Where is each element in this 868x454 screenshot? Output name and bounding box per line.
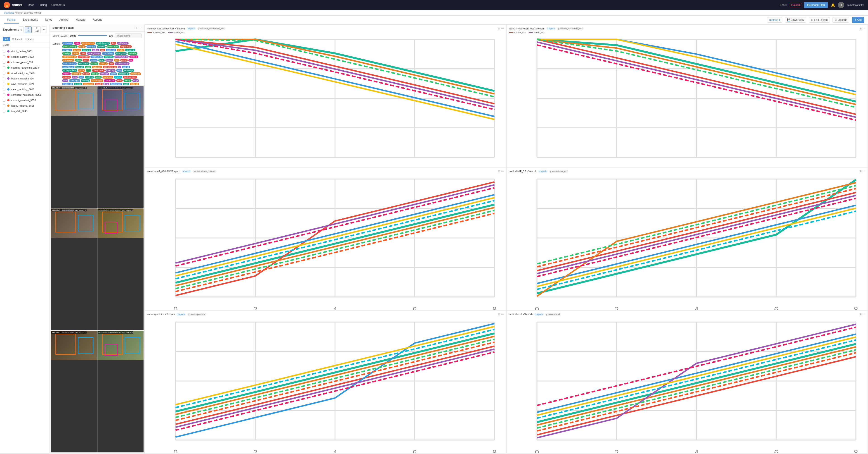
exp-checkbox[interactable] xyxy=(3,66,5,69)
label-tag[interactable]: bed-gt xyxy=(91,73,99,75)
label-tag[interactable]: pizza xyxy=(78,69,85,72)
label-tag[interactable]: mouse xyxy=(62,73,70,75)
label-tag[interactable]: hot dog-gt xyxy=(69,79,81,82)
label-tag[interactable]: umbrella-gt xyxy=(102,52,114,55)
label-tag[interactable]: tennis racket xyxy=(81,42,95,45)
label-tag[interactable]: snowboard xyxy=(62,66,74,68)
label-tag[interactable]: sink xyxy=(62,79,68,82)
tab-reports[interactable]: Reports xyxy=(89,16,106,24)
label-tag[interactable]: teddy bear xyxy=(117,42,129,45)
label-tag[interactable]: frisbee-gt xyxy=(62,83,73,85)
tab-panels[interactable]: Panels xyxy=(4,16,19,24)
label-tag[interactable]: laptop-gt xyxy=(92,66,102,68)
label-tag[interactable]: snowboard-gt xyxy=(115,62,129,65)
label-tag[interactable]: refrigerator xyxy=(78,55,90,58)
label-tag[interactable]: carrot xyxy=(72,52,79,55)
label-tag[interactable]: truck xyxy=(123,83,129,85)
chart-expand-icon[interactable]: ⊞ xyxy=(860,170,862,173)
label-tag[interactable]: bear xyxy=(98,59,105,62)
experiment-item[interactable]: tan_chili_3045 xyxy=(0,108,50,114)
label-tag[interactable]: hot dog xyxy=(81,79,90,82)
label-tag[interactable]: banana-gt xyxy=(83,83,94,85)
sidebar-hide-icon[interactable]: II (11) xyxy=(33,27,41,33)
experiment-item[interactable]: dutch_durian_7652 xyxy=(0,49,50,54)
save-view-button[interactable]: 💾 Save View xyxy=(785,17,806,23)
label-tag[interactable]: car-gt xyxy=(120,59,128,62)
metrics-dropdown[interactable]: metrics ▾ xyxy=(767,17,782,23)
sidebar-more-icon[interactable]: ••• xyxy=(41,27,47,33)
label-tag[interactable]: teddy bear-gt xyxy=(96,42,110,45)
exp-checkbox[interactable] xyxy=(3,55,5,58)
label-tag[interactable]: backpack xyxy=(102,76,113,79)
label-tag[interactable]: spoon xyxy=(90,59,98,62)
label-tag[interactable]: dining table-gt xyxy=(62,69,77,72)
experiment-item[interactable]: residential_run_8523 xyxy=(0,70,50,76)
label-tag[interactable]: bed xyxy=(79,76,84,79)
options-button[interactable]: ☰ Options xyxy=(833,17,849,23)
chart-expand-icon[interactable]: ⊞ xyxy=(498,313,500,316)
label-tag[interactable]: zebra xyxy=(92,49,99,51)
label-tag[interactable]: train xyxy=(72,76,78,79)
image-name-input[interactable] xyxy=(115,33,142,38)
label-tag[interactable]: remote-gt xyxy=(123,69,134,72)
image-cell[interactable]: 04818f8a7 / 000000000092_curr_epoch_0 xyxy=(97,208,144,330)
add-button[interactable]: + Add xyxy=(852,17,864,23)
expand-icon[interactable]: ⊞ xyxy=(134,26,137,30)
chart-more-icon[interactable]: ⋯ xyxy=(501,313,504,316)
label-tag[interactable]: vase-gt xyxy=(75,66,84,68)
exp-checkbox[interactable] xyxy=(3,72,5,75)
label-tag[interactable]: handbag-gt xyxy=(91,79,103,82)
chart-more-icon[interactable]: ⋯ xyxy=(863,27,865,30)
experiment-item[interactable]: scarlet_pastry_1472 xyxy=(0,54,50,59)
label-tag[interactable]: giraffe xyxy=(117,49,125,51)
label-tag[interactable]: bowl-gt xyxy=(62,52,71,55)
label-tag[interactable]: boat xyxy=(103,83,110,85)
tab-experiments[interactable]: Experiments xyxy=(19,16,41,24)
label-tag[interactable]: bowl xyxy=(80,52,87,55)
label-tag[interactable]: fork xyxy=(108,62,114,65)
label-tag[interactable]: tv-gt xyxy=(116,69,123,72)
image-cell[interactable]: 04818f8a7 / 000000000208_curr_epoch_0 xyxy=(97,331,144,452)
label-tag[interactable]: broccoli-gt xyxy=(118,73,129,75)
filter-hidden[interactable]: Hidden xyxy=(24,37,37,41)
notification-icon[interactable]: 🔔 xyxy=(831,3,835,7)
label-tag[interactable]: cell phone-gt xyxy=(103,66,117,68)
label-tag[interactable]: person xyxy=(72,49,81,51)
label-tag[interactable]: bottle xyxy=(94,76,102,79)
image-cell[interactable]: 04818f8a7 / 000000000575_curr_epoch_0 xyxy=(51,331,97,452)
experiment-item[interactable]: happy_cinema_3898 xyxy=(0,103,50,108)
score-slider[interactable] xyxy=(78,35,107,36)
label-tag[interactable]: dining table xyxy=(92,69,105,72)
label-tag[interactable]: wine glass xyxy=(115,52,127,55)
label-tag[interactable]: book xyxy=(116,79,123,82)
image-cell[interactable]: 04818f8a7 / 000000000540_curr_epoch_1 xyxy=(97,86,144,208)
edit-layout-button[interactable]: ⊞ Edit Layout xyxy=(809,17,830,23)
label-tag[interactable]: fork-gt xyxy=(90,62,98,65)
image-cell[interactable]: 04818f8a7 / 000000000428_curr_epoch_0 xyxy=(51,86,97,208)
chart-expand-icon[interactable]: ⊞ xyxy=(860,313,862,316)
label-tag[interactable]: couch xyxy=(95,83,103,85)
chart-expand-icon[interactable]: ⊞ xyxy=(498,27,500,30)
label-tag[interactable]: microwave xyxy=(62,59,74,62)
label-tag[interactable]: clock xyxy=(75,59,82,62)
label-tag[interactable]: umbrella xyxy=(127,52,138,55)
label-tag[interactable]: bench-gt xyxy=(71,73,82,75)
label-tag[interactable]: microwave-gt xyxy=(114,55,129,58)
avatar[interactable]: CE xyxy=(838,2,844,8)
label-tag[interactable]: elephant-gt xyxy=(90,55,103,58)
label-tag[interactable]: cat-gt xyxy=(78,45,86,48)
chart-more-icon[interactable]: ⋯ xyxy=(501,27,504,30)
label-tag[interactable]: bird-gt xyxy=(123,79,131,82)
exp-checkbox[interactable] xyxy=(3,93,5,96)
label-tag[interactable]: airplane xyxy=(62,49,72,51)
nav-pricing[interactable]: Pricing xyxy=(38,3,47,6)
label-tag[interactable]: motorcycle-gt xyxy=(62,62,76,65)
logo[interactable]: 🔥 comet xyxy=(4,2,22,8)
label-tag[interactable]: bus-gt xyxy=(105,59,113,62)
label-tag[interactable]: person-gt xyxy=(62,42,73,45)
label-tag[interactable]: oven xyxy=(83,59,89,62)
label-tag[interactable]: wine glass-gt xyxy=(87,52,101,55)
experiment-item[interactable]: correct_wombat_3570 xyxy=(0,97,50,103)
label-tag[interactable]: cat xyxy=(128,59,133,62)
label-tag[interactable]: bench xyxy=(82,73,90,75)
